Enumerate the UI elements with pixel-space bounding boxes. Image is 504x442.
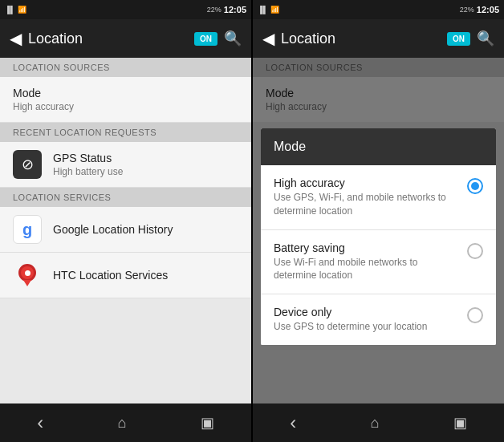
modal-option-battery-saving-title: Battery saving [274,241,457,254]
left-mode-item[interactable]: Mode High accuracy [0,77,251,123]
modal-option-device-only[interactable]: Device only Use GPS to determine your lo… [261,294,496,345]
modal-option-device-only-desc: Use GPS to determine your location [274,320,457,334]
modal-option-high-accuracy-text: High accuracy Use GPS, Wi-Fi, and mobile… [274,176,457,218]
modal-option-battery-saving-desc: Use Wi-Fi and mobile networks to determi… [274,256,457,283]
left-google-title: Google Location History [53,223,173,236]
left-back-button[interactable]: ◀ [10,29,22,48]
left-nav-recents[interactable]: ▣ [185,408,230,438]
left-section-location-sources: LOCATION SOURCES [0,58,251,77]
radio-battery-saving[interactable] [467,243,483,259]
left-mode-subtitle: High accuracy [13,101,238,112]
left-google-text: Google Location History [53,223,173,236]
modal-option-battery-saving-text: Battery saving Use Wi-Fi and mobile netw… [274,241,457,283]
right-time: 12:05 [477,5,499,14]
left-htc-services-item[interactable]: HTC Location Services [0,253,251,298]
left-gps-text: GPS Status High battery use [53,152,123,177]
right-action-bar: ◀ Location ON 🔍 [253,19,504,58]
left-status-right: 22% 12:05 [207,5,246,14]
left-gps-title: GPS Status [53,152,123,164]
modal-option-high-accuracy-title: High accuracy [274,176,457,189]
left-htc-icon [13,261,42,290]
right-status-right: 22% 12:05 [460,5,499,14]
left-section-recent: RECENT LOCATION REQUESTS [0,123,251,142]
left-nav-home[interactable]: ⌂ [102,408,143,438]
right-content: LOCATION SOURCES Mode High accuracy Mode… [253,58,504,403]
left-google-history-item[interactable]: g Google Location History [0,207,251,253]
right-search-button[interactable]: 🔍 [477,30,494,47]
left-gps-subtitle: High battery use [53,166,123,177]
modal-title: Mode [261,128,496,165]
left-nav-bar: ‹ ⌂ ▣ [0,403,251,442]
left-battery: 22% [207,6,222,14]
left-search-button[interactable]: 🔍 [224,30,242,47]
right-battery: 22% [460,6,474,14]
left-phone-panel: ▐▌ 📶 22% 12:05 ◀ Location ON 🔍 LOCATION … [0,0,251,442]
left-google-icon: g [13,215,42,244]
modal-option-battery-saving[interactable]: Battery saving Use Wi-Fi and mobile netw… [261,230,496,295]
left-mode-title: Mode [13,87,238,99]
right-location-toggle[interactable]: ON [447,32,470,46]
left-location-toggle[interactable]: ON [194,32,217,46]
right-signal-icon: ▐▌ [258,6,268,14]
right-phone-panel: ▐▌ 📶 22% 12:05 ◀ Location ON 🔍 LOCATION … [253,0,504,442]
modal-option-high-accuracy-desc: Use GPS, Wi-Fi, and mobile networks to d… [274,191,457,218]
radio-device-only[interactable] [467,307,483,323]
left-content: LOCATION SOURCES Mode High accuracy RECE… [0,58,251,403]
radio-high-accuracy[interactable] [467,178,483,194]
mode-dialog: Mode High accuracy Use GPS, Wi-Fi, and m… [261,128,496,345]
right-nav-back[interactable]: ‹ [274,405,312,440]
left-gps-icon: ⊘ [13,150,42,179]
modal-option-device-only-text: Device only Use GPS to determine your lo… [274,306,457,334]
right-nav-bar: ‹ ⌂ ▣ [253,403,504,442]
right-screen-title: Location [281,30,441,47]
left-action-bar: ◀ Location ON 🔍 [0,19,251,58]
modal-option-high-accuracy[interactable]: High accuracy Use GPS, Wi-Fi, and mobile… [261,165,496,230]
radio-high-accuracy-inner [471,182,479,190]
signal-icon: ▐▌ [5,6,15,14]
right-status-icons: ▐▌ 📶 [258,6,279,14]
left-htc-text: HTC Location Services [53,269,168,282]
left-htc-title: HTC Location Services [53,269,168,282]
left-status-bar: ▐▌ 📶 22% 12:05 [0,0,251,19]
right-nav-home[interactable]: ⌂ [355,408,396,438]
left-nav-back[interactable]: ‹ [21,405,59,440]
left-section-services: LOCATION SERVICES [0,188,251,207]
right-status-bar: ▐▌ 📶 22% 12:05 [253,0,504,19]
left-status-icons: ▐▌ 📶 [5,6,26,14]
right-wifi-icon: 📶 [270,6,279,14]
right-back-button[interactable]: ◀ [262,29,274,48]
left-screen-title: Location [28,30,188,47]
left-time: 12:05 [224,5,246,14]
modal-option-device-only-title: Device only [274,306,457,318]
left-gps-status-item[interactable]: ⊘ GPS Status High battery use [0,142,251,188]
right-nav-recents[interactable]: ▣ [437,408,483,438]
wifi-icon: 📶 [18,6,26,14]
